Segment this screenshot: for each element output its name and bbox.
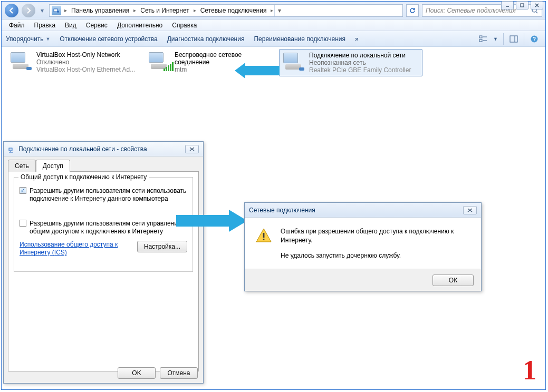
rename-button[interactable]: Переименование подключения	[254, 35, 345, 43]
menu-bar: Файл Правка Вид Сервис Дополнительно Спр…	[2, 19, 545, 31]
address-bar[interactable]: ▸ Панель управления ▸ Сеть и Интернет ▸ …	[49, 4, 403, 17]
network-icon	[8, 145, 15, 153]
menu-help[interactable]: Справка	[168, 21, 201, 30]
menu-view[interactable]: Вид	[61, 21, 81, 30]
menu-file[interactable]: Файл	[5, 21, 29, 30]
svg-rect-4	[54, 9, 57, 12]
svg-rect-24	[263, 239, 265, 240]
breadcrumb-item[interactable]: Сеть и Интернет	[137, 5, 192, 16]
connection-item-wireless[interactable]: Беспроводное сетевое соединение mtm	[145, 49, 277, 75]
dialog-buttons: OK Отмена	[118, 367, 198, 379]
svg-rect-23	[263, 233, 265, 238]
annotation-number: 1	[523, 355, 536, 386]
error-line2: Не удалось запустить дочернюю службу.	[281, 251, 470, 260]
menu-service[interactable]: Сервис	[82, 21, 112, 30]
menu-extra[interactable]: Дополнительно	[113, 21, 167, 30]
close-button[interactable]	[531, 1, 543, 9]
error-footer: ОК	[245, 269, 481, 291]
error-dialog: Сетевые подключения Ошибка при разрешени…	[244, 202, 482, 291]
forward-button[interactable]	[22, 4, 35, 17]
chevron-right-icon: ▸	[63, 7, 68, 13]
minimize-button[interactable]	[501, 1, 514, 9]
cancel-button[interactable]: Отмена	[160, 367, 198, 379]
adapter-icon	[9, 51, 33, 72]
allow-share-checkbox[interactable]	[20, 187, 26, 194]
preview-pane-button[interactable]	[509, 34, 518, 44]
toolbar-overflow[interactable]: »	[355, 35, 359, 43]
connection-device: Realtek PCIe GBE Family Controller	[309, 66, 411, 74]
dialog-titlebar[interactable]: Сетевые подключения	[245, 203, 481, 218]
navigation-bar: ▾ ▸ Панель управления ▸ Сеть и Интернет …	[2, 2, 545, 19]
chevron-down-icon[interactable]: ▼	[493, 36, 498, 42]
dialog-titlebar[interactable]: Подключение по локальной сети - свойства	[4, 142, 203, 156]
properties-dialog: Подключение по локальной сети - свойства…	[3, 141, 204, 384]
svg-rect-1	[521, 4, 524, 7]
connection-name: Подключение по локальной сети	[309, 52, 411, 59]
svg-rect-9	[479, 40, 482, 42]
connection-item-virtualbox[interactable]: VirtualBox Host-Only Network Отключено V…	[7, 49, 140, 75]
signal-bars-icon	[164, 62, 174, 71]
ics-groupbox: Общий доступ к подключению к Интернету Р…	[14, 177, 193, 272]
diagnose-button[interactable]: Диагностика подключения	[167, 35, 245, 43]
error-body: Ошибка при разрешении общего доступа к п…	[245, 218, 481, 269]
svg-rect-16	[9, 148, 12, 151]
connection-name: VirtualBox Host-Only Network	[36, 51, 135, 58]
dialog-title: Сетевые подключения	[249, 207, 315, 214]
allow-control-label: Разрешить другим пользователям сети упра…	[30, 220, 187, 236]
svg-text:?: ?	[533, 36, 536, 42]
help-button[interactable]: ?	[530, 34, 539, 44]
allow-share-label: Разрешить другим пользователям сети испо…	[30, 187, 187, 203]
connection-name: Беспроводное сетевое	[175, 51, 242, 58]
tab-strip: Сеть Доступ	[4, 156, 203, 171]
adapter-icon	[147, 51, 171, 72]
command-bar: Упорядочить▼ Отключение сетевого устройс…	[2, 31, 545, 47]
ok-button[interactable]: ОК	[432, 275, 474, 286]
ics-help-link[interactable]: Использование общего доступа кИнтернету …	[20, 241, 118, 256]
connection-status: mtm	[175, 66, 242, 73]
organize-button[interactable]: Упорядочить▼	[6, 35, 50, 43]
connection-item-lan[interactable]: Подключение по локальной сети Неопознанн…	[279, 49, 422, 76]
separator	[524, 33, 524, 45]
breadcrumb-item[interactable]: Сетевые подключения	[197, 5, 270, 16]
svg-point-5	[57, 11, 59, 13]
dialog-title: Подключение по локальной сети - свойства	[18, 145, 147, 153]
dialog-close-button[interactable]	[463, 206, 477, 214]
dialog-close-button[interactable]	[185, 145, 199, 153]
group-title: Общий доступ к подключению к Интернету	[18, 173, 149, 181]
maximize-button[interactable]	[516, 1, 528, 9]
svg-line-7	[536, 12, 537, 13]
svg-rect-8	[479, 36, 482, 38]
view-mode-button[interactable]	[478, 34, 488, 44]
tab-network[interactable]: Сеть	[8, 160, 36, 172]
ok-button[interactable]: OK	[118, 367, 156, 379]
svg-rect-12	[510, 36, 517, 42]
connection-status: Отключено	[36, 58, 135, 66]
menu-edit[interactable]: Правка	[30, 21, 60, 30]
separator	[503, 33, 504, 45]
address-dropdown[interactable]: ▾	[274, 5, 284, 16]
window-caption-buttons	[501, 1, 543, 11]
chevron-right-icon: ▸	[270, 7, 274, 13]
connection-name-line2: соединение	[175, 58, 242, 66]
refresh-button[interactable]	[406, 4, 419, 17]
history-dropdown[interactable]: ▾	[39, 4, 46, 17]
tab-sharing[interactable]: Доступ	[36, 160, 70, 172]
back-button[interactable]	[5, 4, 18, 17]
disable-device-button[interactable]: Отключение сетевого устройства	[60, 35, 157, 43]
chevron-right-icon: ▸	[132, 7, 137, 13]
allow-control-checkbox[interactable]	[20, 220, 26, 227]
chevron-down-icon: ▼	[45, 36, 50, 42]
chevron-right-icon: ▸	[193, 7, 197, 13]
connection-device: VirtualBox Host-Only Ethernet Ad...	[36, 66, 135, 73]
breadcrumb-item[interactable]: Панель управления	[68, 5, 132, 16]
error-line1: Ошибка при разрешении общего доступа к п…	[281, 227, 470, 245]
address-icon	[52, 6, 61, 15]
warning-icon	[255, 227, 272, 244]
tab-content: Общий доступ к подключению к Интернету Р…	[8, 171, 199, 371]
adapter-icon	[282, 52, 306, 73]
connection-status: Неопознанная сеть	[309, 59, 411, 66]
settings-button[interactable]: Настройка...	[137, 241, 187, 252]
